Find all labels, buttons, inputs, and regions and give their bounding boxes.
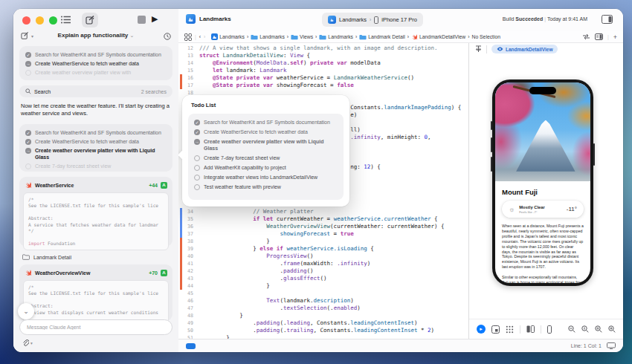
- file-card-weatheroverviewview[interactable]: WeatherOverviewView +70 A /*See the LICE…: [19, 264, 172, 321]
- back-button[interactable]: ‹: [199, 34, 201, 39]
- scheme-device-pill[interactable]: Landmarks › iPhone 17 Pro: [322, 13, 423, 27]
- breadcrumb-item[interactable]: Landmarks: [319, 34, 353, 40]
- todo-label: Create WeatherService to fetch weather d…: [204, 129, 308, 135]
- code-text: WeatherOverviewView(currentWeather: curr…: [199, 223, 445, 230]
- conversation-list-icon[interactable]: [61, 16, 71, 24]
- minimize-window-button[interactable]: [36, 16, 44, 25]
- selectable-preview-icon[interactable]: [491, 325, 500, 334]
- breadcrumb-item[interactable]: LandmarkDetailView: [411, 33, 465, 40]
- scroll-to-bottom-button[interactable]: ⌄: [18, 303, 34, 319]
- xcode-toolbar: Landmarks Landmarks › iPhone 17 Pro Buil…: [178, 9, 623, 32]
- phone-screen[interactable]: Mount Fuji ☼ Mostly Clear Feels like -7°…: [495, 82, 590, 283]
- code-editor[interactable]: 12/// A view that shows a single landmar…: [178, 43, 468, 339]
- history-clock-icon[interactable]: [164, 33, 171, 40]
- breadcrumb-label: Landmark Detail: [368, 34, 405, 39]
- related-items-icon[interactable]: [184, 33, 192, 41]
- open-circle-icon: [194, 175, 200, 181]
- editor-options-icon[interactable]: [595, 33, 603, 40]
- live-preview-button[interactable]: ▸: [477, 325, 486, 334]
- breadcrumb-item[interactable]: Landmark Detail: [359, 34, 405, 40]
- todo-label: Integrate weather views into LandmarkDet…: [204, 174, 317, 181]
- preview-target-pill[interactable]: LandmarkDetailView: [491, 45, 558, 53]
- swap-editor-icon[interactable]: [582, 33, 590, 40]
- app-icon: [328, 16, 336, 24]
- change-bar: [180, 267, 182, 275]
- main-area: Landmarks Landmarks › iPhone 17 Pro Buil…: [178, 9, 623, 352]
- device-settings-icon[interactable]: [526, 325, 535, 333]
- project-icon: [186, 14, 196, 24]
- folder-icon: [319, 34, 326, 40]
- todo-label: Add WeatherKit capability to project: [204, 164, 286, 171]
- breadcrumb-label: Views: [300, 34, 313, 39]
- code-line: 16 @State private var weatherService = L…: [178, 74, 468, 82]
- breadcrumb-item[interactable]: No Selection: [472, 34, 501, 39]
- inspector-toggle-icon[interactable]: [602, 15, 613, 24]
- diff-count: +70: [149, 270, 158, 276]
- preview-toolbar: ▸: [469, 319, 623, 339]
- play-icon[interactable]: ▶: [152, 14, 158, 24]
- breadcrumb-item[interactable]: Views: [291, 34, 313, 40]
- code-line: 44 }: [178, 282, 468, 290]
- line-number: 13: [178, 53, 193, 59]
- file-code-preview: /*See the LICENSE.txt file for this samp…: [23, 280, 169, 321]
- device-preview-icon[interactable]: [547, 325, 552, 334]
- todo-label: Test weather feature with preview: [204, 183, 281, 190]
- zoom-in-icon[interactable]: [608, 325, 616, 333]
- pin-icon[interactable]: [475, 45, 482, 53]
- todo-label: Search for WeatherKit and SF Symbols doc…: [204, 119, 330, 126]
- zoom-window-button[interactable]: [49, 16, 57, 25]
- todo-item: ✓Search for WeatherKit and SF Symbols do…: [194, 119, 338, 126]
- popover-title: Todo List: [182, 95, 349, 112]
- todo-item: →Create weather overview platter view wi…: [194, 138, 338, 152]
- line-number: 50: [178, 328, 193, 334]
- line-col-indicator: Line: 1 Col: 1: [571, 343, 602, 348]
- agent-status-pill[interactable]: [186, 343, 196, 349]
- divider: [541, 325, 541, 334]
- variants-grid-icon[interactable]: [506, 325, 514, 334]
- todo-item: ✓Create WeatherService to fetch weather …: [194, 129, 338, 135]
- project-icon: [211, 33, 218, 40]
- code-text: // Weather platter: [199, 208, 314, 215]
- attachment-row[interactable]: ▾: [22, 339, 33, 347]
- code-line: 17 @State private var showingForecast = …: [178, 82, 468, 89]
- project-indicator[interactable]: Landmarks: [186, 14, 231, 24]
- zoom-fit-icon[interactable]: [595, 325, 602, 333]
- new-chat-button[interactable]: [82, 13, 98, 27]
- change-bar: [180, 74, 182, 82]
- breadcrumb-label: Landmarks: [259, 34, 285, 39]
- todo-card-main[interactable]: ✓Search for WeatherKit and SF Symbols do…: [19, 124, 172, 172]
- code-text: .textSelection(.enabled): [199, 305, 361, 312]
- weather-platter[interactable]: ☼ Mostly Clear Feels like -7° -11°: [502, 201, 584, 218]
- breadcrumb-item[interactable]: Landmarks: [211, 33, 245, 40]
- chevron-separator: ›: [355, 34, 357, 39]
- forward-button[interactable]: ›: [204, 34, 205, 39]
- check-circle-icon: ✓: [194, 129, 200, 135]
- add-editor-icon[interactable]: +: [613, 33, 617, 41]
- search-label: Search: [34, 89, 51, 94]
- sidebar-header-row: ▾ Explain app functionality ⌄: [13, 31, 178, 43]
- breadcrumb-item[interactable]: Landmarks: [251, 34, 285, 40]
- diff-count: +44: [149, 183, 158, 188]
- divider: [520, 325, 520, 334]
- search-summary-row[interactable]: Search 2 searches: [19, 85, 172, 97]
- code-text: let landmark: Landmark: [199, 67, 286, 74]
- message-input[interactable]: [19, 319, 172, 335]
- landmark-hero-image: [495, 82, 590, 181]
- display-icon[interactable]: [607, 342, 616, 349]
- todo-label: Search for WeatherKit and SF Symbols doc…: [35, 129, 161, 136]
- file-group-row[interactable]: Landmark Detail: [22, 254, 71, 260]
- status-badge: A: [161, 270, 167, 276]
- close-window-button[interactable]: [22, 16, 30, 25]
- zoom-100-icon[interactable]: [581, 325, 589, 333]
- build-status[interactable]: Build Succeeded | Today at 9:41 AM: [503, 16, 587, 22]
- weather-feels-like: Feels like -7°: [519, 210, 544, 214]
- zoom-out-icon[interactable]: [568, 325, 575, 333]
- code-text: } else if weatherService.isLoading {: [199, 245, 374, 253]
- todo-label: Create weather overview platter view wit…: [35, 69, 131, 76]
- stop-icon[interactable]: [138, 16, 146, 24]
- conversation-title[interactable]: Explain app functionality ⌄: [13, 32, 178, 39]
- file-card-weatherservice[interactable]: WeatherService +44 A /*See the LICENSE.t…: [19, 177, 172, 247]
- phone-mute-switch: [491, 121, 492, 130]
- todo-card-top[interactable]: ✓Search for WeatherKit and SF Symbols do…: [19, 46, 172, 80]
- arrow-circle-icon: →: [25, 148, 31, 154]
